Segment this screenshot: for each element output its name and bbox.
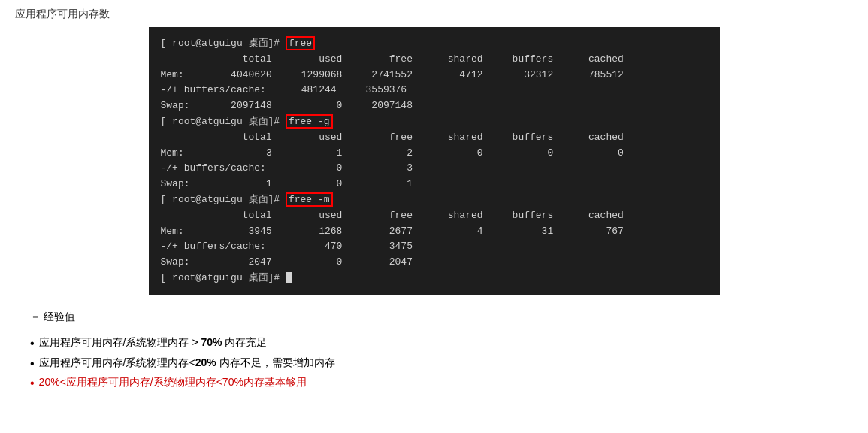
terminal-row-bufcache-3: -/+ buffers/cache: 470 3475 (161, 239, 708, 255)
cursor (286, 272, 292, 283)
note-text-3: 20%<应用程序可用内存/系统物理内存<70%内存基本够用 (39, 376, 307, 389)
note-text-2: 应用程序可用内存/系统物理内存<20% 内存不足，需要增加内存 (39, 356, 335, 370)
terminal-row-mem-1: Mem: 4040620 1299068 2741552 4712 32312 … (161, 68, 708, 83)
bullet-icon-2: • (30, 356, 35, 372)
terminal-row-bufcache-1: -/+ buffers/cache: 481244 3559376 (161, 83, 708, 98)
note-bullet-3: • 20%<应用程序可用内存/系统物理内存<70%内存基本够用 (30, 376, 853, 392)
terminal-headers-3: total used free shared buffers cached (161, 208, 708, 224)
terminal: [ root@atguigu 桌面]# free total used free… (149, 27, 720, 295)
notes-header: － 经验值 (30, 310, 853, 324)
page-title: 应用程序可用内存数 (15, 8, 853, 21)
terminal-row-swap-1: Swap: 2097148 0 2097148 (161, 98, 708, 114)
notes-section: － 经验值 • 应用程序可用内存/系统物理内存 > 70% 内存充足 • 应用程… (15, 310, 853, 392)
terminal-prompt-final: [ root@atguigu 桌面]# (161, 271, 708, 286)
note-text-1: 应用程序可用内存/系统物理内存 > 70% 内存充足 (39, 336, 268, 350)
terminal-prompt-2: [ root@atguigu 桌面]# free -g (161, 114, 708, 130)
terminal-row-mem-2: Mem: 3 1 2 0 0 0 (161, 146, 708, 162)
terminal-row-swap-3: Swap: 2047 0 2047 (161, 255, 708, 271)
command-free-m: free -m (286, 192, 333, 207)
terminal-row-mem-3: Mem: 3945 1268 2677 4 31 767 (161, 224, 708, 240)
note-bullet-2: • 应用程序可用内存/系统物理内存<20% 内存不足，需要增加内存 (30, 356, 853, 372)
terminal-row-bufcache-2: -/+ buffers/cache: 0 3 (161, 161, 708, 177)
terminal-row-swap-2: Swap: 1 0 1 (161, 177, 708, 192)
terminal-wrapper: [ root@atguigu 桌面]# free total used free… (15, 27, 853, 295)
command-free-g: free -g (286, 114, 333, 129)
terminal-headers-2: total used free shared buffers cached (161, 130, 708, 146)
terminal-prompt-3: [ root@atguigu 桌面]# free -m (161, 192, 708, 208)
note-bullet-1: • 应用程序可用内存/系统物理内存 > 70% 内存充足 (30, 336, 853, 352)
bullet-icon-3: • (30, 376, 35, 392)
bullet-icon-1: • (30, 336, 35, 352)
terminal-headers-1: total used free shared buffers cached (161, 52, 708, 68)
command-free: free (286, 36, 315, 50)
terminal-prompt-1: [ root@atguigu 桌面]# free (161, 36, 708, 52)
